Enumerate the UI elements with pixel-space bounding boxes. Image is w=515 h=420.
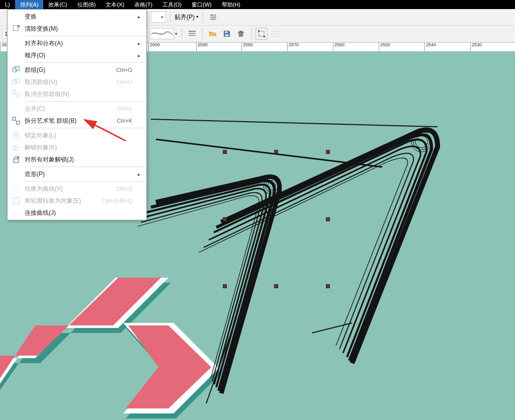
menu-item-window[interactable]: 窗口(W) xyxy=(187,0,217,10)
submenu-arrow-icon: ▸ xyxy=(135,41,142,46)
svg-rect-10 xyxy=(259,31,264,36)
menu-item-label: 清除变换(M) xyxy=(25,25,90,33)
svg-rect-12 xyxy=(264,36,265,37)
snap-label[interactable]: 贴齐(P) • xyxy=(175,13,199,22)
menu-item-label: 对齐和分布(A) xyxy=(25,39,90,48)
menu-join-curves[interactable]: 连接曲线(J) xyxy=(8,207,146,219)
menu-item-label: 连接曲线(J) xyxy=(25,209,90,217)
menu-item[interactable]: L) xyxy=(0,1,15,9)
svg-rect-41 xyxy=(14,147,19,150)
chevron-down-icon: ▾ xyxy=(175,31,178,36)
selection-handle[interactable] xyxy=(223,284,227,288)
menu-item-label: 变换 xyxy=(25,13,90,21)
ungroup-icon xyxy=(8,78,25,86)
svg-rect-37 xyxy=(13,117,16,120)
menu-item-arrange[interactable]: 排列(A) xyxy=(15,0,44,10)
menu-separator xyxy=(25,101,146,102)
menu-transform[interactable]: 变换 ▸ xyxy=(8,11,146,23)
menu-outline-to-object: 将轮廓转换为对象(E) Ctrl+位移+Q xyxy=(8,195,146,207)
svg-rect-9 xyxy=(238,32,244,33)
selection-handle[interactable] xyxy=(274,150,278,154)
menu-item-table[interactable]: 表格(T) xyxy=(129,0,157,10)
selection-handle[interactable] xyxy=(274,284,278,288)
menu-align-distribute[interactable]: 对齐和分布(A) ▸ xyxy=(8,37,146,49)
menu-item-label: 将轮廓转换为对象(E) xyxy=(25,197,90,205)
shortcut: Ctrl+L xyxy=(90,106,135,112)
svg-point-18 xyxy=(278,33,279,34)
selection-handle[interactable] xyxy=(223,150,227,154)
svg-point-19 xyxy=(273,36,274,37)
menu-item-label: 造形(P) xyxy=(25,170,90,179)
stroke-preview[interactable] xyxy=(150,28,174,39)
svg-rect-35 xyxy=(13,91,16,94)
unlock-all-icon xyxy=(8,155,25,163)
ruler-tick-label: 2580 xyxy=(243,43,253,47)
floppy-icon xyxy=(223,30,231,38)
dots-grid-icon xyxy=(272,30,280,38)
shortcut: Ctrl+位移+Q xyxy=(90,197,135,205)
selection-handle[interactable] xyxy=(326,284,330,288)
menu-item-label: 群组(G) xyxy=(25,66,90,74)
svg-point-43 xyxy=(17,156,19,158)
bounding-box-button[interactable] xyxy=(255,28,268,40)
menu-group[interactable]: 群组(G) Ctrl+G xyxy=(8,64,146,76)
zoom-combo[interactable]: ▾ xyxy=(151,12,166,23)
svg-point-21 xyxy=(278,36,279,37)
chevron-down-icon: ▾ xyxy=(161,15,163,20)
svg-rect-4 xyxy=(189,33,196,34)
scatter-button[interactable] xyxy=(270,28,282,40)
ruler-tick-label: 2560 xyxy=(334,43,345,47)
svg-rect-11 xyxy=(258,30,260,32)
submenu-arrow-icon: ▸ xyxy=(135,172,142,177)
open-button[interactable] xyxy=(207,28,219,40)
menu-unlock-all[interactable]: 对所有对象解锁(J) xyxy=(8,153,146,165)
delete-button[interactable] xyxy=(235,28,247,40)
break-apart-icon xyxy=(8,117,25,125)
menu-item-label: 顺序(O) xyxy=(25,51,90,60)
svg-rect-40 xyxy=(14,135,19,138)
svg-point-17 xyxy=(275,33,276,34)
menu-ungroup-all: 取消全部群组(N) xyxy=(8,88,146,100)
svg-rect-6 xyxy=(225,31,228,33)
svg-point-0 xyxy=(211,15,212,16)
menu-lock: 锁定对象(L) xyxy=(8,129,146,141)
shortcut: Ctrl+K xyxy=(90,118,135,124)
ruler-tick-label: 2590 xyxy=(198,43,208,47)
svg-point-44 xyxy=(13,186,19,192)
menu-item-bitmap[interactable]: 位图(B) xyxy=(72,0,101,10)
menu-item-label: 取消群组(U) xyxy=(25,78,90,87)
svg-rect-8 xyxy=(239,31,242,32)
menu-separator xyxy=(25,166,146,167)
selection-handle[interactable] xyxy=(326,217,330,221)
menu-shaping[interactable]: 造形(P) ▸ xyxy=(8,168,146,180)
menu-separator xyxy=(25,181,146,182)
svg-rect-45 xyxy=(13,198,19,204)
menu-item-label: 拆分艺术笔 群组(B) xyxy=(25,117,90,125)
menu-item-text[interactable]: 文本(X) xyxy=(101,0,129,10)
menu-item-help[interactable]: 帮助(H) xyxy=(217,0,245,10)
menu-item-label: 取消全部群组(N) xyxy=(25,90,90,99)
svg-rect-3 xyxy=(189,31,196,32)
svg-point-2 xyxy=(212,19,213,20)
menu-item-tools[interactable]: 工具(O) xyxy=(157,0,187,10)
shortcut: Ctrl+Q xyxy=(90,186,135,192)
svg-rect-38 xyxy=(17,121,20,124)
toolbar-button[interactable] xyxy=(186,28,198,40)
options-button[interactable] xyxy=(207,11,219,23)
svg-point-24 xyxy=(415,136,427,148)
separator xyxy=(202,28,203,39)
group-icon xyxy=(8,66,25,74)
menu-clear-transform[interactable]: 清除变换(M) xyxy=(8,23,146,35)
save-button[interactable] xyxy=(221,28,233,40)
menu-order[interactable]: 顺序(O) ▸ xyxy=(8,49,146,61)
selection-handle[interactable] xyxy=(223,217,227,221)
ungroup-all-icon xyxy=(8,90,25,98)
menu-item-effects[interactable]: 效果(C) xyxy=(43,0,72,10)
separator xyxy=(170,12,170,23)
menu-item-label: 合并(C) xyxy=(25,105,90,113)
clear-transform-icon xyxy=(8,25,25,33)
selection-handle[interactable] xyxy=(326,150,330,154)
menu-break-apart[interactable]: 拆分艺术笔 群组(B) Ctrl+K xyxy=(8,115,146,127)
to-curves-icon xyxy=(8,185,25,193)
menu-separator xyxy=(25,128,146,128)
